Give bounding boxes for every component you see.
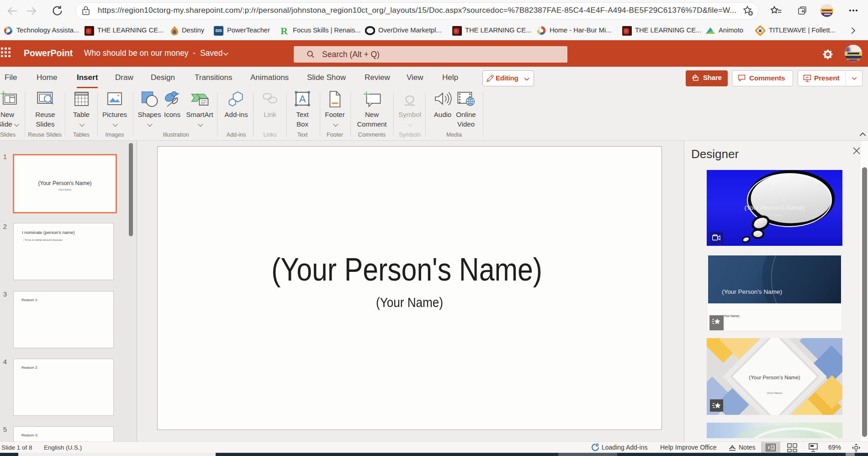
svg-text:A: A bbox=[299, 93, 306, 105]
